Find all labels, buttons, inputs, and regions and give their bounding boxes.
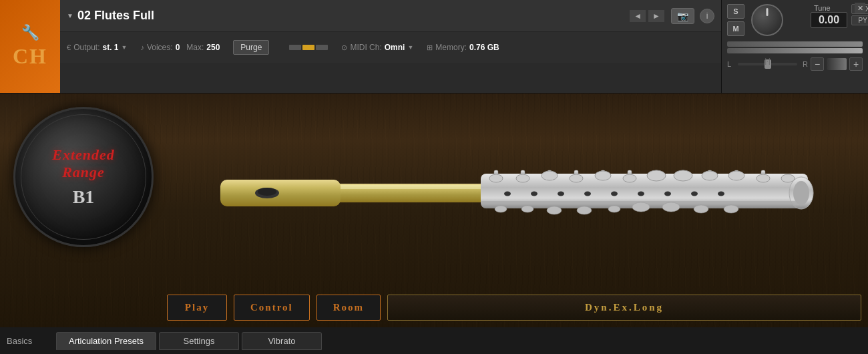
r-label: R xyxy=(800,60,808,68)
svg-point-24 xyxy=(674,170,692,181)
voices-max-value: 250 xyxy=(206,43,220,52)
prev-btn[interactable]: ◄ xyxy=(630,10,646,22)
top-center: ▼ 02 Flutes Full ◄ ► 📷 i € Output: st. 1… xyxy=(60,0,721,93)
tune-knob[interactable] xyxy=(751,4,783,36)
svg-point-35 xyxy=(611,192,618,196)
control-btn[interactable]: Control xyxy=(234,295,310,321)
extended-range-text: ExtendedRange xyxy=(52,146,115,182)
svg-point-43 xyxy=(547,206,562,214)
svg-point-19 xyxy=(541,171,558,180)
svg-point-27 xyxy=(756,174,770,182)
svg-point-18 xyxy=(516,174,529,182)
svg-point-41 xyxy=(495,206,507,212)
sm-tune-row: S M Tune 0.00 AUX PY xyxy=(727,4,863,36)
play-btn[interactable]: Play xyxy=(167,295,227,321)
purge-btn[interactable]: Purge xyxy=(233,40,269,55)
svg-point-47 xyxy=(662,202,680,212)
bar-seg-2 xyxy=(302,45,314,50)
info-btn[interactable]: i xyxy=(700,9,714,23)
volume-slider[interactable] xyxy=(827,58,847,70)
voices-group: ♪ Voices: 0 Max: 250 xyxy=(140,43,220,52)
tune-label: Tune xyxy=(814,4,831,12)
extended-range-knob[interactable]: ExtendedRange B1 xyxy=(13,107,154,247)
room-btn[interactable]: Room xyxy=(316,295,381,321)
svg-point-28 xyxy=(781,174,795,182)
voices-value: 0 xyxy=(176,43,180,52)
euro-icon: € xyxy=(67,43,71,51)
svg-point-36 xyxy=(638,192,644,196)
ch-logo: CH xyxy=(13,44,47,69)
l-label: L xyxy=(727,60,735,68)
midi-dropdown-icon[interactable]: ▼ xyxy=(407,44,413,51)
midi-icon: ⊙ xyxy=(341,43,347,52)
svg-rect-2 xyxy=(220,180,341,206)
level-bar-1 xyxy=(727,41,863,47)
m-btn[interactable]: M xyxy=(727,21,744,36)
svg-point-39 xyxy=(718,192,724,196)
svg-point-25 xyxy=(702,171,718,180)
svg-point-46 xyxy=(632,202,650,212)
close-btn[interactable]: ✕ xyxy=(855,3,865,13)
basics-label: Basics xyxy=(7,336,47,346)
output-group: € Output: st. 1 ▼ xyxy=(67,43,127,52)
tab-articulation-presets[interactable]: Articulation Presets xyxy=(56,332,156,350)
tab-vibrato[interactable]: Vibrato xyxy=(242,332,322,350)
top-right: ✕ S M Tune 0.00 AUX PY xyxy=(721,0,868,93)
main-content: ExtendedRange B1 xyxy=(0,94,868,327)
voices-max-label: Max: xyxy=(186,43,204,52)
bar-seg-3 xyxy=(316,45,328,50)
memory-group: ⊞ Memory: 0.76 GB xyxy=(427,43,499,52)
output-value[interactable]: st. 1 xyxy=(102,43,118,52)
output-dropdown-icon[interactable]: ▼ xyxy=(122,44,128,51)
svg-point-44 xyxy=(577,206,592,214)
vol-minus-btn[interactable]: − xyxy=(811,57,824,71)
vol-plus-btn[interactable]: + xyxy=(849,57,863,71)
svg-point-49 xyxy=(724,205,738,213)
svg-point-22 xyxy=(623,174,636,182)
svg-point-26 xyxy=(728,171,744,180)
flute-image xyxy=(160,150,868,237)
bar-seg-1 xyxy=(289,45,301,50)
dyn-btn[interactable]: Dyn.Ex.Long xyxy=(387,295,861,321)
svg-point-32 xyxy=(531,192,537,196)
pv-btn[interactable]: PY xyxy=(851,15,868,25)
instrument-row: ▼ 02 Flutes Full ◄ ► 📷 i xyxy=(60,0,721,32)
dropdown-arrow-icon[interactable]: ▼ xyxy=(67,12,73,19)
svg-point-37 xyxy=(664,192,671,196)
logo-area: 🔧 CH xyxy=(0,0,60,93)
pan-row: L |·| R − + xyxy=(727,57,863,71)
tune-section: Tune 0.00 xyxy=(787,4,847,28)
note-icon: ♪ xyxy=(140,43,144,51)
midi-value[interactable]: Omni xyxy=(385,43,405,52)
svg-point-42 xyxy=(521,206,533,212)
svg-point-20 xyxy=(570,174,583,182)
note-label: B1 xyxy=(73,186,95,208)
next-btn[interactable]: ► xyxy=(648,10,664,22)
svg-point-23 xyxy=(647,170,666,181)
svg-point-48 xyxy=(694,205,708,213)
instrument-name: 02 Flutes Full xyxy=(77,9,630,23)
wrench-icon: 🔧 xyxy=(21,24,39,41)
svg-point-17 xyxy=(489,174,503,182)
camera-btn[interactable]: 📷 xyxy=(671,8,694,24)
svg-point-34 xyxy=(584,192,591,196)
params-row: € Output: st. 1 ▼ ♪ Voices: 0 Max: 250 P… xyxy=(60,32,721,63)
midi-group: ⊙ MIDI Ch: Omni ▼ xyxy=(341,43,413,52)
tune-value[interactable]: 0.00 xyxy=(811,12,847,28)
flute-area xyxy=(160,100,868,287)
level-bars xyxy=(289,45,328,50)
nav-arrows: ◄ ► xyxy=(630,10,664,22)
memory-value: 0.76 GB xyxy=(469,43,499,52)
svg-point-45 xyxy=(608,206,620,212)
tab-settings[interactable]: Settings xyxy=(159,332,239,350)
top-bar: 🔧 CH ▼ 02 Flutes Full ◄ ► 📷 i € Output: xyxy=(0,0,868,94)
pan-center-marker: |·| xyxy=(765,57,771,65)
s-btn[interactable]: S xyxy=(727,4,744,19)
memory-icon: ⊞ xyxy=(427,43,433,52)
svg-point-38 xyxy=(691,192,698,196)
pan-slider-track[interactable]: |·| xyxy=(738,58,797,70)
level-bars-row xyxy=(727,41,863,53)
level-bar-2 xyxy=(727,48,863,53)
svg-point-33 xyxy=(558,192,564,196)
svg-point-4 xyxy=(258,188,276,196)
